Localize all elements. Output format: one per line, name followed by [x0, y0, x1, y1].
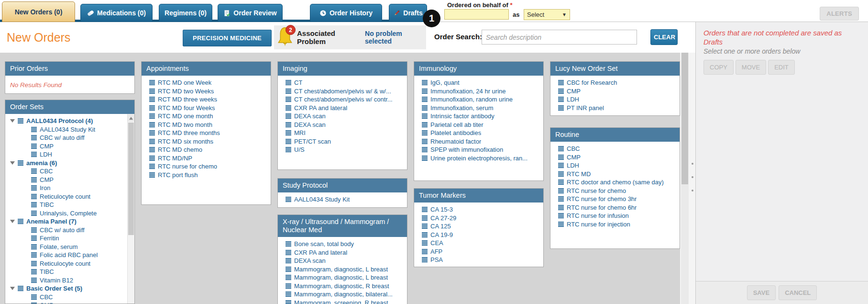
order-set-group[interactable]: Basic Order Set (5): [5, 284, 127, 293]
order-item[interactable]: Reticulocyte count: [5, 192, 127, 201]
order-item[interactable]: Folate, serum: [5, 243, 127, 251]
collapse-triangle-icon[interactable]: [10, 287, 15, 290]
order-item[interactable]: Bone scan, total body: [278, 240, 407, 248]
order-item[interactable]: IgG, quant: [414, 79, 543, 87]
order-item[interactable]: CEA: [414, 239, 543, 248]
order-item[interactable]: RTC MD: [550, 170, 680, 179]
order-item[interactable]: CT chest/abdomen/pelvis w/ contr...: [278, 95, 407, 104]
order-set-group[interactable]: amenia (6): [5, 159, 127, 168]
alerts-button[interactable]: ALERTS: [820, 7, 859, 21]
order-item[interactable]: CBC w/ auto diff: [5, 134, 127, 142]
order-item[interactable]: RTC nurse for injection: [550, 220, 680, 229]
order-item[interactable]: CBC: [5, 293, 127, 302]
order-item[interactable]: RTC MD two Weeks: [142, 87, 271, 96]
order-item[interactable]: Immunofixation, serum: [414, 104, 543, 113]
order-item[interactable]: CXR PA and lateral: [278, 248, 407, 257]
order-item[interactable]: CBC for Research: [550, 79, 680, 87]
order-item[interactable]: DEXA scan: [278, 121, 407, 129]
order-item[interactable]: Mammogram, diagnostic, L breast: [278, 265, 407, 274]
order-item[interactable]: Mammogram, diagnostic, bilateral...: [278, 290, 407, 299]
order-item[interactable]: CMP: [550, 87, 680, 96]
order-item[interactable]: TIBC: [5, 201, 127, 209]
panel-scrollbar-thumb[interactable]: [128, 123, 134, 235]
order-item[interactable]: Urine protein electrophoresis, ran...: [414, 154, 543, 163]
order-item[interactable]: Iron: [5, 184, 127, 192]
tab-drafts[interactable]: Drafts: [389, 4, 427, 22]
order-item[interactable]: Vitamin B12: [5, 276, 127, 285]
copy-button[interactable]: COPY: [703, 60, 734, 75]
order-item[interactable]: RTC MD one month: [142, 112, 271, 121]
order-item[interactable]: CT chest/abdomen/pelvis w/ & w/...: [278, 87, 407, 96]
associated-problem-status[interactable]: No problem selected: [365, 30, 426, 45]
order-item[interactable]: Rheumatoid factor: [414, 137, 543, 146]
order-item[interactable]: CA 125: [414, 222, 543, 231]
order-item[interactable]: Parietal cell ab titer: [414, 121, 543, 129]
order-item[interactable]: RCT MD three weeks: [142, 95, 271, 104]
order-item[interactable]: Immunofixation, 24 hr urine: [414, 87, 543, 96]
order-item[interactable]: CA 19-9: [414, 231, 543, 239]
order-item[interactable]: CMP: [5, 176, 127, 184]
order-item[interactable]: LDH: [5, 150, 127, 159]
order-item[interactable]: CT: [278, 79, 407, 87]
order-item[interactable]: CBC: [5, 167, 127, 176]
order-item[interactable]: CBC: [550, 145, 680, 153]
save-button[interactable]: SAVE: [747, 285, 776, 300]
order-item[interactable]: DEXA scan: [278, 112, 407, 121]
order-item[interactable]: RTC MD chemo: [142, 146, 271, 154]
order-item[interactable]: RTC nurse for infusion: [550, 212, 680, 220]
order-item[interactable]: RTC nurse for chemo: [550, 187, 680, 195]
order-item[interactable]: Mammogram, diagnostic, R breast: [278, 282, 407, 291]
order-item[interactable]: MRI: [278, 129, 407, 137]
order-item[interactable]: RTC nurse for chemo: [142, 162, 271, 171]
order-item[interactable]: RTC port flush: [142, 171, 271, 180]
order-item[interactable]: RTC MD/NP: [142, 154, 271, 163]
order-item[interactable]: U/S: [278, 146, 407, 154]
order-item[interactable]: RTC MD three months: [142, 129, 271, 137]
order-search-input[interactable]: [482, 30, 637, 45]
collapse-triangle-icon[interactable]: [10, 220, 15, 223]
order-item[interactable]: CXR PA and lateral: [278, 104, 407, 113]
ordered-on-behalf-input[interactable]: [444, 9, 509, 20]
order-item[interactable]: CMP: [550, 153, 680, 162]
order-item[interactable]: AALL0434 Study Kit: [278, 195, 407, 204]
order-item[interactable]: SPEP with immunofixation: [414, 146, 543, 154]
order-item[interactable]: TIBC: [5, 268, 127, 276]
panel-scrollbar[interactable]: [127, 114, 134, 304]
order-item[interactable]: Mammogram, diagnostic, L breast: [278, 273, 407, 282]
main-vertical-scrollbar[interactable]: [681, 53, 689, 304]
order-item[interactable]: DEXA scan: [278, 257, 407, 265]
panel-splitter-handle[interactable]: [691, 163, 694, 191]
order-item[interactable]: PET/CT scan: [278, 137, 407, 146]
order-set-group[interactable]: AALL0434 Protocol (4): [5, 117, 127, 125]
order-item[interactable]: RTC MD one Week: [142, 79, 271, 87]
order-set-group[interactable]: Anemia Panel (7): [5, 217, 127, 226]
tab-order-review[interactable]: Order Review: [218, 4, 283, 22]
order-item[interactable]: CA 15-3: [414, 205, 543, 214]
order-item[interactable]: RTC nurse for chemo 6hr: [550, 203, 680, 212]
order-item[interactable]: CA 27-29: [414, 214, 543, 223]
order-item[interactable]: PT INR panel: [550, 104, 680, 113]
order-item[interactable]: Platelet antibodies: [414, 129, 543, 137]
precision-medicine-button[interactable]: PRECISION MEDICINE: [183, 30, 272, 46]
order-item[interactable]: Folic acid RBC panel: [5, 251, 127, 259]
order-item[interactable]: RTC nurse for chemo 3hr: [550, 195, 680, 203]
collapse-triangle-icon[interactable]: [10, 161, 15, 165]
move-button[interactable]: MOVE: [736, 60, 766, 75]
tab-regimens-0[interactable]: Regimens (0): [159, 4, 212, 22]
clear-search-button[interactable]: CLEAR: [650, 29, 678, 45]
order-item[interactable]: LDH: [550, 161, 680, 170]
order-item[interactable]: Immunofixation, random urine: [414, 95, 543, 104]
cancel-button[interactable]: CANCEL: [779, 285, 817, 300]
order-item[interactable]: CMP: [5, 301, 127, 304]
edit-button[interactable]: EDIT: [768, 60, 795, 75]
order-item[interactable]: LDH: [550, 95, 680, 104]
order-item[interactable]: RTC MD four Weeks: [142, 104, 271, 113]
order-item[interactable]: Urinalysis, Complete: [5, 209, 127, 218]
main-scrollbar-thumb[interactable]: [681, 53, 688, 184]
order-item[interactable]: RTC doctor and chemo (same day): [550, 178, 680, 187]
order-item[interactable]: RTC MD two month: [142, 121, 271, 129]
order-item[interactable]: Reticulocyte count: [5, 259, 127, 268]
scroll-up-arrow[interactable]: [128, 114, 134, 122]
collapse-triangle-icon[interactable]: [10, 119, 15, 123]
order-item[interactable]: AFP: [414, 248, 543, 256]
